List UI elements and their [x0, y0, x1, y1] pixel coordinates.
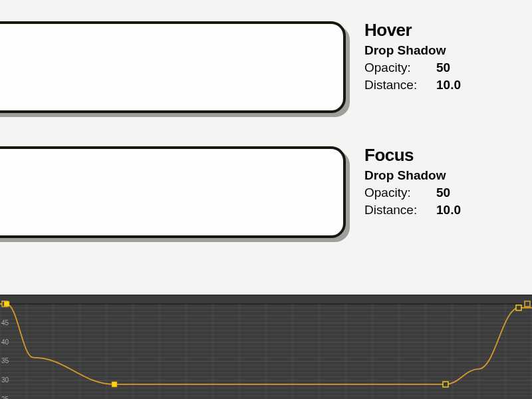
- graph-editor-canvas[interactable]: 504540353025: [0, 295, 532, 399]
- hover-distance-row: Distance: 10.0: [364, 78, 524, 92]
- y-tick-label: 25: [1, 396, 9, 399]
- focus-opacity-row: Opacity: 50: [364, 186, 524, 200]
- label-opacity: Opacity:: [364, 61, 436, 75]
- hover-properties: Hover Drop Shadow Opacity: 50 Distance: …: [364, 20, 524, 92]
- label-opacity: Opacity:: [364, 186, 436, 200]
- label-distance: Distance:: [364, 78, 436, 92]
- y-tick-label: 40: [1, 338, 9, 346]
- state-title-focus: Focus: [364, 145, 524, 166]
- focus-swatch: [0, 146, 346, 238]
- value-distance[interactable]: 10.0: [436, 78, 461, 92]
- value-opacity[interactable]: 50: [436, 186, 450, 200]
- value-distance[interactable]: 10.0: [436, 203, 461, 217]
- range-marker-right[interactable]: [525, 301, 530, 307]
- effect-title-hover: Drop Shadow: [364, 43, 524, 58]
- keyframe-handle[interactable]: [443, 382, 448, 387]
- keyframe-handle[interactable]: [112, 382, 117, 387]
- focus-properties: Focus Drop Shadow Opacity: 50 Distance: …: [364, 145, 524, 217]
- hover-opacity-row: Opacity: 50: [364, 61, 524, 75]
- label-distance: Distance:: [364, 203, 436, 217]
- value-opacity[interactable]: 50: [436, 61, 450, 75]
- focus-distance-row: Distance: 10.0: [364, 203, 524, 217]
- effect-title-focus: Drop Shadow: [364, 168, 524, 183]
- y-tick-label: 45: [1, 319, 9, 327]
- state-title-hover: Hover: [364, 20, 524, 41]
- hover-swatch: [0, 21, 346, 113]
- y-tick-label: 30: [1, 376, 9, 384]
- keyframe-handle[interactable]: [516, 305, 521, 311]
- graph-editor-panel[interactable]: 504540353025: [0, 295, 532, 399]
- y-tick-label: 35: [1, 357, 9, 364]
- keyframe-handle[interactable]: [4, 301, 9, 307]
